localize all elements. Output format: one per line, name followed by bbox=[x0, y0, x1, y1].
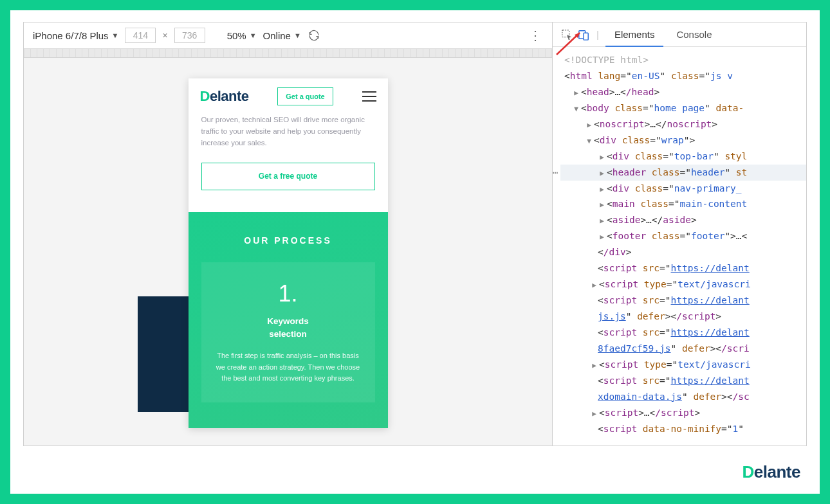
chevron-down-icon: ▼ bbox=[112, 32, 119, 39]
height-input[interactable]: 736 bbox=[174, 28, 205, 43]
intro-text: Our proven, technical SEO will drive mor… bbox=[201, 114, 375, 148]
width-input[interactable]: 414 bbox=[125, 28, 156, 43]
device-emulator-pane: iPhone 6/7/8 Plus ▼ 414 × 736 50% ▼ Onli… bbox=[24, 22, 552, 446]
process-heading: OUR PROCESS bbox=[201, 235, 375, 246]
inspect-element-icon[interactable] bbox=[560, 28, 573, 41]
chevron-down-icon: ▼ bbox=[294, 32, 301, 39]
svg-rect-2 bbox=[584, 33, 588, 40]
throttle-value: Online bbox=[263, 30, 291, 41]
elements-panel: | Elements Console <!DOCTYPE html> <html… bbox=[552, 22, 806, 446]
card-number: 1. bbox=[214, 280, 362, 307]
rotate-icon[interactable] bbox=[308, 29, 320, 42]
phone-preview: Delante Get a quote Our proven, technica… bbox=[189, 78, 388, 428]
site-body: Our proven, technical SEO will drive mor… bbox=[189, 114, 388, 212]
zoom-value: 50% bbox=[227, 30, 246, 41]
process-section: OUR PROCESS 1. Keywordsselection The fir… bbox=[189, 212, 388, 428]
responsive-ruler bbox=[24, 49, 552, 58]
device-selector[interactable]: iPhone 6/7/8 Plus ▼ bbox=[33, 30, 118, 41]
outer-frame: iPhone 6/7/8 Plus ▼ 414 × 736 50% ▼ Onli… bbox=[10, 10, 820, 494]
viewport: Delante Get a quote Our proven, technica… bbox=[24, 58, 552, 446]
devtools-window: iPhone 6/7/8 Plus ▼ 414 × 736 50% ▼ Onli… bbox=[23, 22, 807, 446]
card-description: The first step is traffic analysis – on … bbox=[214, 350, 362, 384]
hamburger-icon[interactable] bbox=[362, 91, 376, 102]
dimension-separator: × bbox=[162, 30, 167, 40]
separator: | bbox=[596, 29, 599, 40]
device-toggle-icon[interactable] bbox=[577, 28, 590, 41]
process-card: 1. Keywordsselection The first step is t… bbox=[201, 262, 375, 402]
free-quote-button[interactable]: Get a free quote bbox=[201, 163, 375, 190]
site-logo[interactable]: Delante bbox=[200, 88, 249, 105]
devtools-toolbar: | Elements Console bbox=[553, 22, 806, 47]
chevron-down-icon: ▼ bbox=[250, 32, 257, 39]
zoom-selector[interactable]: 50% ▼ bbox=[227, 30, 257, 41]
site-header: Delante Get a quote bbox=[189, 78, 388, 114]
get-quote-button[interactable]: Get a quote bbox=[277, 87, 333, 105]
kebab-menu-icon[interactable]: ⋮ bbox=[529, 28, 543, 43]
card-title: Keywordsselection bbox=[214, 315, 362, 340]
device-toolbar: iPhone 6/7/8 Plus ▼ 414 × 736 50% ▼ Onli… bbox=[24, 22, 552, 49]
dom-tree[interactable]: <!DOCTYPE html> <html lang="en-US" class… bbox=[553, 47, 806, 446]
throttle-selector[interactable]: Online ▼ bbox=[263, 30, 301, 41]
device-name: iPhone 6/7/8 Plus bbox=[33, 30, 109, 41]
watermark-logo: Delante bbox=[742, 462, 800, 482]
tab-elements[interactable]: Elements bbox=[605, 22, 664, 47]
tab-console[interactable]: Console bbox=[667, 22, 721, 47]
